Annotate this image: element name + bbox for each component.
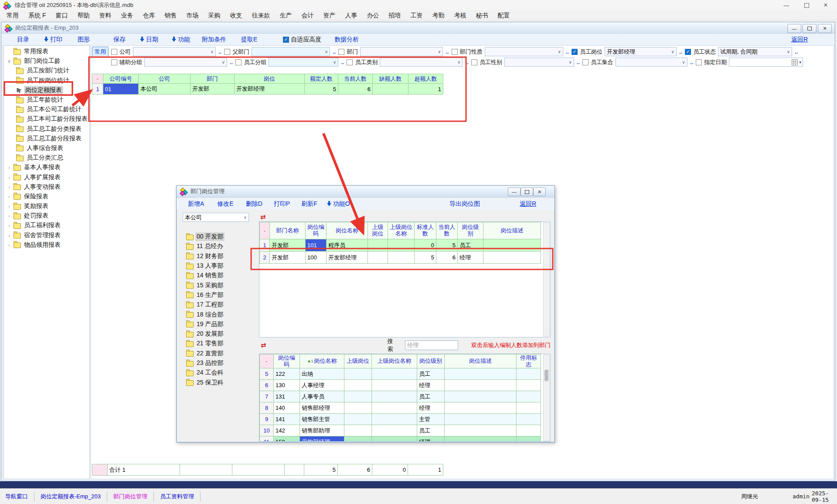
chevron-collapsed-icon[interactable]: ›: [7, 242, 12, 248]
company-combobox[interactable]: ∨: [133, 47, 216, 56]
post-code-cell[interactable]: 141: [274, 414, 300, 425]
post-desc-cell[interactable]: [483, 252, 541, 264]
report-maximize-button[interactable]: [803, 24, 817, 33]
chevron-collapsed-icon[interactable]: ›: [7, 194, 12, 199]
cur-count-cell[interactable]: 5: [436, 239, 458, 252]
sup-post-cell[interactable]: [368, 239, 388, 252]
tree-item-emp-class-summary[interactable]: 员工分类汇总: [4, 153, 89, 163]
report-close-button[interactable]: ✕: [818, 24, 832, 33]
quota-cell[interactable]: 5: [305, 84, 338, 95]
row-number-cell[interactable]: 1: [92, 84, 103, 95]
dept-item[interactable]: 20 发展部: [182, 329, 257, 339]
maximize-button[interactable]: [797, 0, 816, 10]
menu-mishu[interactable]: 秘书: [471, 10, 493, 20]
row-number-cell[interactable]: 2: [259, 252, 270, 264]
dept-post-row[interactable]: 2 开发部 100 开发部经理 5 6 经理: [259, 252, 541, 264]
header-cell[interactable]: 缺额人数: [373, 74, 408, 84]
menu-wanglaikuan[interactable]: 往来款: [247, 10, 275, 20]
sup-post-cell[interactable]: [344, 436, 372, 442]
chevron-collapsed-icon[interactable]: ›: [7, 184, 12, 190]
disabled-flag-cell[interactable]: [517, 380, 541, 391]
sup-post-cell[interactable]: [344, 368, 372, 380]
upper-table-scrollbar[interactable]: [543, 222, 550, 337]
post-desc-cell[interactable]: [445, 391, 517, 402]
search-input[interactable]: [405, 341, 458, 350]
save-button[interactable]: 保存: [113, 36, 126, 44]
header-cell[interactable]: -: [259, 222, 270, 239]
post-name-cell[interactable]: 出纳: [300, 368, 344, 380]
post-row[interactable]: 7 131 人事专员 员工: [259, 391, 541, 402]
menu-shichang[interactable]: 市场: [181, 10, 203, 20]
sup-post-cell[interactable]: [344, 402, 372, 414]
sup-post-name-cell[interactable]: [372, 368, 417, 380]
dept-cell[interactable]: 开发部: [191, 84, 235, 95]
sup-post-cell[interactable]: [344, 425, 372, 436]
taskbar-nav-window[interactable]: 导航窗口: [0, 491, 33, 502]
post-code-cell[interactable]: 101: [306, 239, 327, 252]
dept-item[interactable]: 13 人事部: [182, 261, 257, 271]
std-count-cell[interactable]: 0: [415, 239, 436, 252]
emp-post-combobox[interactable]: 开发部经理∨: [605, 47, 677, 56]
parent-dept-combobox[interactable]: ∨: [252, 47, 330, 56]
post-name-cell[interactable]: 人事专员: [300, 391, 344, 402]
dept-item[interactable]: 17 工程部: [182, 300, 257, 310]
emp-category-combobox[interactable]: ∨: [380, 58, 463, 67]
aux-group-combobox[interactable]: ∨: [144, 58, 227, 67]
disabled-flag-cell[interactable]: [517, 391, 541, 402]
dept-nature-checkbox[interactable]: [452, 49, 458, 55]
post-desc-cell[interactable]: [445, 368, 517, 380]
post-code-cell[interactable]: 140: [274, 402, 300, 414]
tree-item-basic-hr[interactable]: ›基本人事报表: [4, 163, 89, 172]
sup-post-name-cell[interactable]: [372, 391, 417, 402]
taskbar-emp-data-mgmt[interactable]: 员工资料管理: [155, 491, 199, 502]
post-code-cell[interactable]: 150: [274, 436, 300, 442]
menu-cangku[interactable]: 仓库: [138, 10, 160, 20]
emp-set-checkbox[interactable]: [582, 59, 589, 65]
tree-item-hr-changes[interactable]: ›人事变动报表: [4, 182, 89, 192]
header-cell[interactable]: 岗位名称: [327, 222, 368, 239]
post-level-cell[interactable]: 经理: [417, 402, 445, 414]
disabled-flag-cell[interactable]: [517, 368, 541, 380]
header-cell[interactable]: 岗位级别: [417, 354, 445, 368]
dept-item[interactable]: 21 零售部: [182, 339, 257, 348]
emp-group-combobox[interactable]: ∨: [269, 58, 338, 67]
tree-item-emp-by-post[interactable]: 员工按岗位统计: [4, 76, 89, 85]
tree-item-rewards[interactable]: ›奖励报表: [4, 201, 89, 211]
extract-button[interactable]: 提取E: [241, 36, 257, 44]
popup-restore-button[interactable]: [521, 187, 533, 196]
tree-item-common-reports[interactable]: 常用报表: [4, 47, 89, 56]
emp-post-checkbox[interactable]: [572, 49, 578, 55]
row-number-cell[interactable]: 8: [259, 402, 274, 414]
chevron-collapsed-icon[interactable]: ›: [7, 213, 12, 218]
post-desc-cell[interactable]: [445, 414, 517, 425]
disabled-flag-cell[interactable]: [517, 402, 541, 414]
refresh-button[interactable]: 刷新F: [301, 200, 317, 208]
swap-panels-icon[interactable]: ⇄: [260, 213, 266, 221]
disabled-flag-cell[interactable]: [517, 425, 541, 436]
extra-conditions-button[interactable]: 附加条件: [202, 36, 226, 44]
tree-item-dept-post-seniority[interactable]: ∨部门岗位工龄: [4, 56, 89, 66]
chevron-collapsed-icon[interactable]: ›: [7, 204, 12, 209]
shortage-cell[interactable]: [373, 84, 408, 95]
menu-renshi[interactable]: 人事: [340, 10, 362, 20]
emp-status-combobox[interactable]: 试用期, 合同期∨: [718, 47, 792, 56]
chevron-collapsed-icon[interactable]: ›: [7, 165, 12, 170]
chevron-collapsed-icon[interactable]: ›: [7, 175, 12, 180]
post-name-cell[interactable]: 人事经理: [300, 380, 344, 391]
common-filter-button[interactable]: 常用: [92, 47, 109, 57]
post-level-cell[interactable]: 员工: [417, 368, 445, 380]
current-cell[interactable]: 6: [338, 84, 373, 95]
tree-item-emp-company-seniority[interactable]: 员工本公司工龄统计: [4, 105, 89, 114]
dept-item[interactable]: 19 产品部: [182, 320, 257, 329]
menu-yewu[interactable]: 业务: [116, 10, 138, 20]
popup-close-button[interactable]: ✕: [533, 187, 546, 196]
menu-changyong[interactable]: 常用: [2, 10, 24, 20]
disabled-flag-cell[interactable]: [517, 414, 541, 425]
post-code-cell[interactable]: 142: [274, 425, 300, 436]
export-post-chart-button[interactable]: 导出岗位图: [449, 200, 480, 208]
post-row[interactable]: 8 140 销售部经理 经理: [259, 402, 541, 414]
row-number-cell[interactable]: 10: [259, 425, 274, 436]
excess-cell[interactable]: 1: [408, 84, 443, 95]
post-level-cell[interactable]: 员工: [417, 391, 445, 402]
sup-post-name-cell[interactable]: [372, 425, 417, 436]
